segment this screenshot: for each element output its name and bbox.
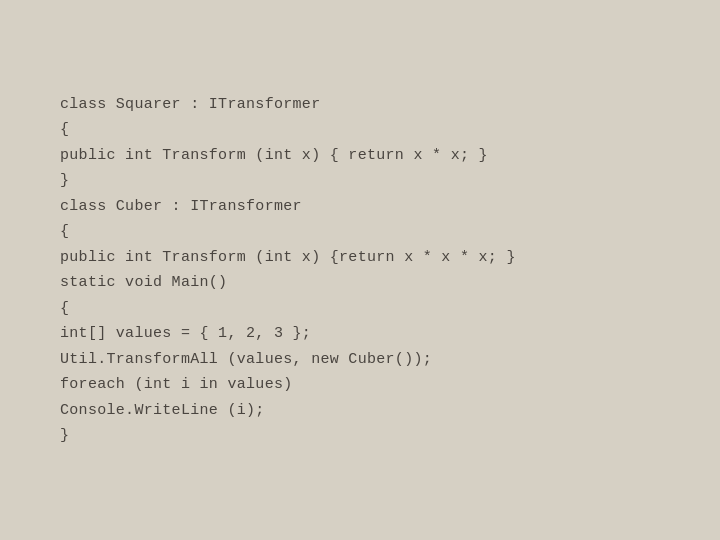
code-block: class Squarer : ITransformer { public in… xyxy=(60,92,660,449)
code-container: class Squarer : ITransformer { public in… xyxy=(20,62,700,479)
